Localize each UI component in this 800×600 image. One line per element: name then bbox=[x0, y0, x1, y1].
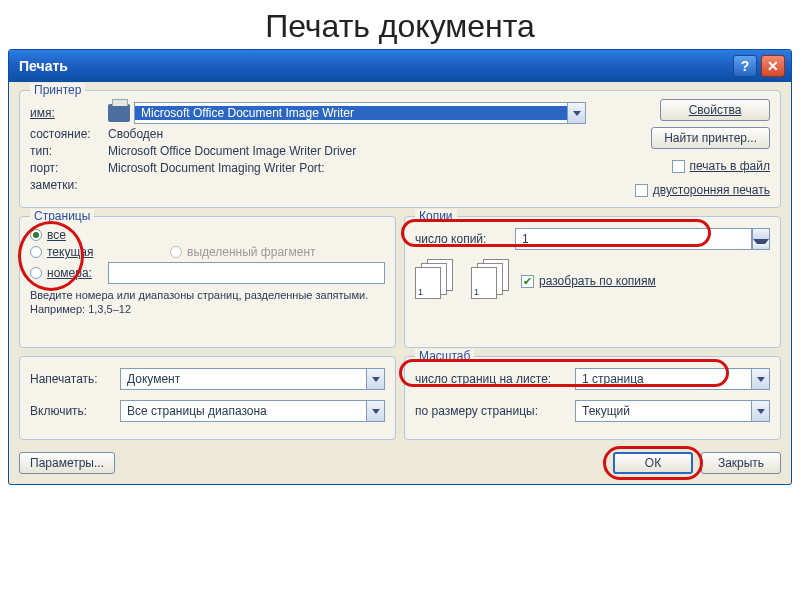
print-what-select[interactable]: Документ bbox=[120, 368, 385, 390]
per-sheet-label: число страниц на листе: bbox=[415, 372, 575, 386]
status-value: Свободен bbox=[108, 127, 163, 141]
fit-label: по размеру страницы: bbox=[415, 404, 575, 418]
properties-button[interactable]: Свойства bbox=[660, 99, 770, 121]
page-numbers-input[interactable] bbox=[108, 262, 385, 284]
radio-current[interactable]: текущая bbox=[30, 245, 170, 259]
copies-group: Копии число копий: 1 321 321 bbox=[404, 216, 781, 348]
notes-label: заметки: bbox=[30, 178, 108, 192]
collate-checkbox[interactable]: ✔разобрать по копиям bbox=[521, 274, 656, 288]
collate-preview: 321 321 bbox=[415, 259, 511, 297]
titlebar: Печать ? ✕ bbox=[9, 50, 791, 82]
include-label: Включить: bbox=[30, 404, 120, 418]
printer-group-title: Принтер bbox=[30, 83, 85, 97]
print-what-label: Напечатать: bbox=[30, 372, 120, 386]
spin-up-icon[interactable] bbox=[753, 229, 769, 239]
scale-group-title: Масштаб bbox=[415, 349, 474, 363]
chevron-down-icon[interactable] bbox=[567, 103, 585, 123]
copies-spinner[interactable] bbox=[752, 228, 770, 250]
radio-numbers-row: номера: bbox=[30, 262, 385, 284]
chevron-down-icon[interactable] bbox=[751, 369, 769, 389]
include-select[interactable]: Все страницы диапазона bbox=[120, 400, 385, 422]
close-window-button[interactable]: ✕ bbox=[761, 55, 785, 77]
copies-group-title: Копии bbox=[415, 209, 457, 223]
scale-group: Масштаб число страниц на листе: 1 страни… bbox=[404, 356, 781, 440]
printer-name-select[interactable]: Microsoft Office Document Image Writer bbox=[134, 102, 586, 124]
copies-count-label: число копий: bbox=[415, 232, 515, 246]
type-value: Microsoft Office Document Image Writer D… bbox=[108, 144, 356, 158]
options-button[interactable]: Параметры... bbox=[19, 452, 115, 474]
duplex-checkbox[interactable]: двусторонняя печать bbox=[635, 183, 770, 197]
chevron-down-icon[interactable] bbox=[366, 369, 384, 389]
radio-numbers[interactable]: номера: bbox=[30, 266, 108, 280]
type-label: тип: bbox=[30, 144, 108, 158]
port-label: порт: bbox=[30, 161, 108, 175]
per-sheet-select[interactable]: 1 страница bbox=[575, 368, 770, 390]
radio-all[interactable]: все bbox=[30, 228, 385, 242]
status-label: состояние: bbox=[30, 127, 108, 141]
printer-name-label: имя: bbox=[30, 106, 108, 120]
pages-group-title: Страницы bbox=[30, 209, 94, 223]
printer-icon bbox=[108, 104, 130, 122]
chevron-down-icon[interactable] bbox=[366, 401, 384, 421]
printer-group: Принтер имя: Microsoft Office Document I… bbox=[19, 90, 781, 208]
dialog-title: Печать bbox=[15, 58, 729, 74]
fit-select[interactable]: Текущий bbox=[575, 400, 770, 422]
print-dialog: Печать ? ✕ Принтер имя: Microsoft Office… bbox=[8, 49, 792, 485]
spin-down-icon[interactable] bbox=[753, 239, 769, 249]
close-button[interactable]: Закрыть bbox=[701, 452, 781, 474]
radio-selection: выделенный фрагмент bbox=[170, 245, 316, 259]
copies-count-input[interactable]: 1 bbox=[515, 228, 752, 250]
find-printer-button[interactable]: Найти принтер... bbox=[651, 127, 770, 149]
port-value: Microsoft Document Imaging Writer Port: bbox=[108, 161, 325, 175]
pages-group: Страницы все текущая выделенный фрагмент… bbox=[19, 216, 396, 348]
help-button[interactable]: ? bbox=[733, 55, 757, 77]
print-to-file-checkbox[interactable]: печать в файл bbox=[672, 159, 770, 173]
ok-button[interactable]: ОК bbox=[613, 452, 693, 474]
chevron-down-icon[interactable] bbox=[751, 401, 769, 421]
print-what-group: Напечатать: Документ Включить: Все стран… bbox=[19, 356, 396, 440]
page-heading: Печать документа bbox=[0, 0, 800, 49]
pages-hint: Введите номера или диапазоны страниц, ра… bbox=[30, 288, 385, 317]
